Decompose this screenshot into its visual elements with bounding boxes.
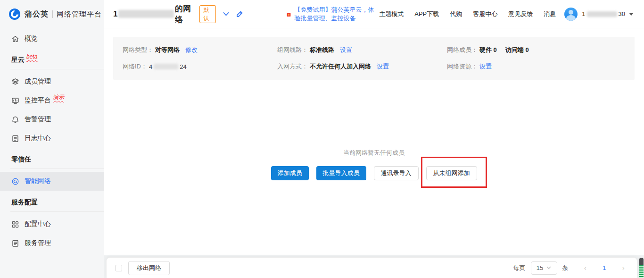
page-size-select[interactable]: 15 — [531, 261, 557, 275]
network-id-prefix: 4 — [149, 63, 152, 70]
menu-feedback[interactable]: 意见反馈 — [508, 10, 533, 18]
current-page[interactable]: 1 — [589, 264, 619, 271]
sidebar-item-label: 日志中心 — [25, 134, 51, 143]
promo-banner[interactable]: 【免费试用】蒲公英星云，体验批量管理、监控设备 — [287, 6, 379, 23]
contacts-import-button[interactable]: 通讯录导入 — [374, 166, 419, 180]
sidebar-section-xingyun: 星云beta — [0, 48, 104, 69]
red-envelope-icon — [287, 10, 291, 17]
field-label: 网络资源： — [447, 62, 478, 71]
top-menu: 主题模式 APP下载 代购 客服中心 意见反馈 消息 — [379, 10, 556, 18]
page: 蒲公英 网络管理平台 概览 星云beta 成员管理 — [0, 0, 644, 278]
field-value: 标准线路 — [310, 46, 334, 54]
line-field: 组网线路： 标准线路 设置 — [277, 46, 447, 54]
account-name: 1 30 — [582, 10, 625, 17]
account-menu[interactable]: 1 30 — [564, 8, 634, 21]
remove-network-button[interactable]: 移出网络 — [128, 261, 170, 275]
sidebar-item-label: 监控平台 — [25, 96, 51, 105]
line-setting-link[interactable]: 设置 — [340, 46, 352, 54]
account-prefix: 1 — [582, 10, 585, 17]
logo: 蒲公英 网络管理平台 — [0, 0, 104, 28]
network-type-field: 网络类型： 对等网络 修改 — [123, 46, 277, 54]
scrollbar-thumb[interactable] — [639, 258, 644, 278]
page-size-value: 15 — [537, 264, 543, 271]
sidebar-nav: 概览 星云beta 成员管理 监控平台演示 — [0, 28, 104, 253]
account-caret-icon — [629, 13, 634, 16]
top-header: 1 的网络 默认 【免费试用】蒲公英星云，体验批量管理、监控设备 — [104, 0, 644, 28]
per-page-label: 每页 — [513, 264, 526, 272]
network-id-field: 网络ID： 4 24 — [123, 62, 277, 71]
demo-badge: 演示 — [53, 93, 64, 101]
layers-icon — [11, 78, 19, 86]
sidebar-item-log-center[interactable]: 日志中心 — [0, 129, 104, 148]
sidebar-item-label: 告警管理 — [25, 115, 51, 124]
menu-purchase[interactable]: 代购 — [450, 10, 462, 18]
prev-page-arrow[interactable]: ‹ — [581, 264, 590, 272]
brand-subtitle: 网络管理平台 — [57, 10, 102, 19]
sidebar-item-member-mgmt[interactable]: 成员管理 — [0, 72, 104, 91]
menu-app-download[interactable]: APP下载 — [414, 10, 439, 18]
redacted-network-id — [154, 64, 178, 69]
menu-messages[interactable]: 消息 — [544, 10, 556, 18]
sidebar-item-service-mgmt[interactable]: 服务管理 — [0, 234, 104, 253]
field-value: 对等网络 — [155, 46, 180, 54]
modify-link[interactable]: 修改 — [185, 46, 198, 54]
redacted-account — [587, 11, 617, 17]
chevron-down-icon[interactable] — [223, 10, 230, 17]
highlighted-button-wrap: 从未组网添加 — [426, 166, 477, 180]
add-from-unnetworked-button[interactable]: 从未组网添加 — [426, 166, 477, 180]
brand-logo-icon — [8, 8, 21, 20]
client-count: 访问端 0 — [505, 46, 529, 54]
main-area: 1 的网络 默认 【免费试用】蒲公英星云，体验批量管理、监控设备 — [104, 0, 644, 278]
network-title: 1 的网络 默认 — [113, 3, 243, 25]
account-suffix: 30 — [619, 10, 625, 17]
logo-divider — [52, 10, 53, 18]
sidebar-section-service-config: 服务配置 — [0, 191, 104, 211]
sidebar-item-label: 成员管理 — [25, 77, 51, 86]
empty-state: 当前网络暂无任何成员 添加成员 批量导入成员 通讯录导入 从未组网添加 — [104, 149, 644, 180]
unit-label: 条 — [562, 264, 569, 272]
menu-support-center[interactable]: 客服中心 — [473, 10, 497, 18]
section-label: 星云 — [11, 56, 25, 63]
field-label: 入网方式： — [277, 62, 308, 71]
sidebar-item-label: 概览 — [25, 34, 38, 43]
network-id-suffix: 24 — [180, 63, 186, 70]
sidebar-item-smart-network[interactable]: 智能网络 — [0, 172, 104, 191]
menu-theme-mode[interactable]: 主题模式 — [379, 10, 404, 18]
sidebar-item-alert-mgmt[interactable]: 告警管理 — [0, 110, 104, 129]
network-info-card: 网络类型： 对等网络 修改 组网线路： 标准线路 设置 网络成员： 硬件 0 访… — [113, 37, 635, 80]
members-field: 网络成员： 硬件 0 访问端 0 — [447, 46, 625, 54]
edit-pencil-icon[interactable] — [236, 10, 243, 17]
sidebar-item-label: 智能网络 — [25, 177, 51, 185]
sidebar-item-config-center[interactable]: 配置中心 — [0, 215, 104, 234]
promo-text: 【免费试用】蒲公英星云，体验批量管理、监控设备 — [294, 6, 379, 23]
footer-bar: 移出网络 每页 15 条 ‹ 1 › — [106, 257, 637, 278]
sidebar: 蒲公英 网络管理平台 概览 星云beta 成员管理 — [0, 0, 104, 278]
sidebar-item-overview[interactable]: 概览 — [0, 29, 104, 48]
sidebar-item-label: 服务管理 — [25, 239, 51, 247]
network-id-value: 4 24 — [149, 63, 187, 70]
select-all-checkbox[interactable] — [116, 265, 122, 271]
add-member-button[interactable]: 添加成员 — [271, 166, 309, 180]
field-value: 不允许任何人加入网络 — [310, 62, 371, 71]
batch-import-button[interactable]: 批量导入成员 — [316, 166, 366, 180]
field-label: 网络ID： — [123, 62, 147, 71]
resource-setting-link[interactable]: 设置 — [479, 62, 492, 71]
sidebar-item-monitor[interactable]: 监控平台演示 — [0, 91, 104, 110]
next-page-arrow[interactable]: › — [619, 264, 627, 272]
network-title-prefix: 1 — [113, 9, 117, 19]
home-icon — [11, 35, 19, 43]
field-label: 网络类型： — [123, 46, 153, 54]
pagination-area: 每页 15 条 ‹ 1 › — [513, 261, 627, 275]
network-title-suffix: 的网络 — [175, 3, 194, 25]
beta-badge: beta — [26, 53, 37, 60]
default-badge: 默认 — [199, 5, 216, 23]
brand-name: 蒲公英 — [25, 9, 49, 19]
sidebar-section-zero-trust: 零信任 — [0, 148, 104, 168]
select-chevron-icon — [546, 264, 551, 271]
document-list-icon — [11, 239, 19, 247]
smart-network-icon — [11, 177, 19, 185]
join-setting-link[interactable]: 设置 — [377, 62, 389, 71]
resource-field: 网络资源： 设置 — [447, 62, 625, 71]
avatar — [564, 8, 578, 21]
bell-icon — [11, 116, 19, 124]
